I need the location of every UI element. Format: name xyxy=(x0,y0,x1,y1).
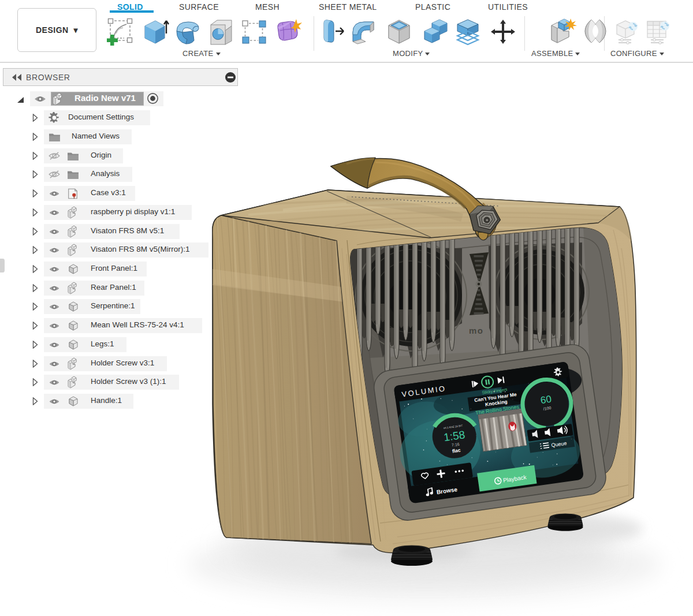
svg-text:60: 60 xyxy=(540,394,552,406)
svg-text:mo: mo xyxy=(469,326,484,335)
svg-text:flac: flac xyxy=(452,447,461,454)
